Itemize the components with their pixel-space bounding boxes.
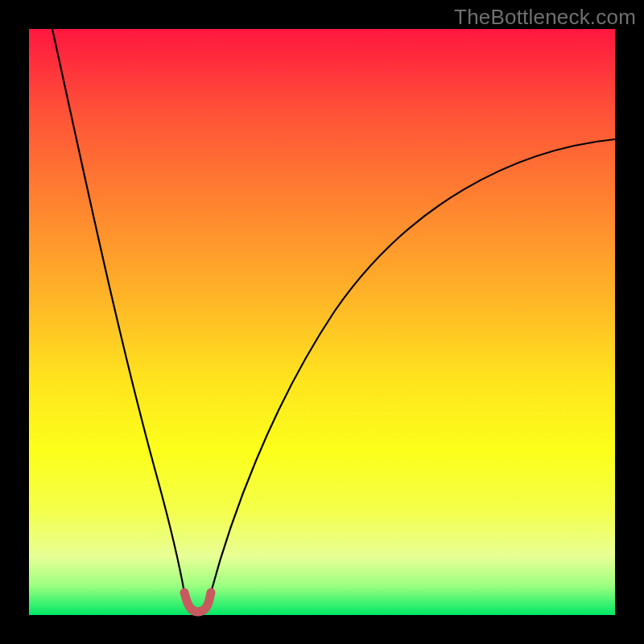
chart-frame: TheBottleneck.com (0, 0, 644, 644)
chart-svg (29, 29, 615, 615)
plot-area (29, 29, 615, 615)
curve-left (52, 29, 184, 592)
trough-marker (184, 592, 211, 612)
curve-right (211, 139, 615, 592)
watermark-text: TheBottleneck.com (454, 5, 636, 30)
